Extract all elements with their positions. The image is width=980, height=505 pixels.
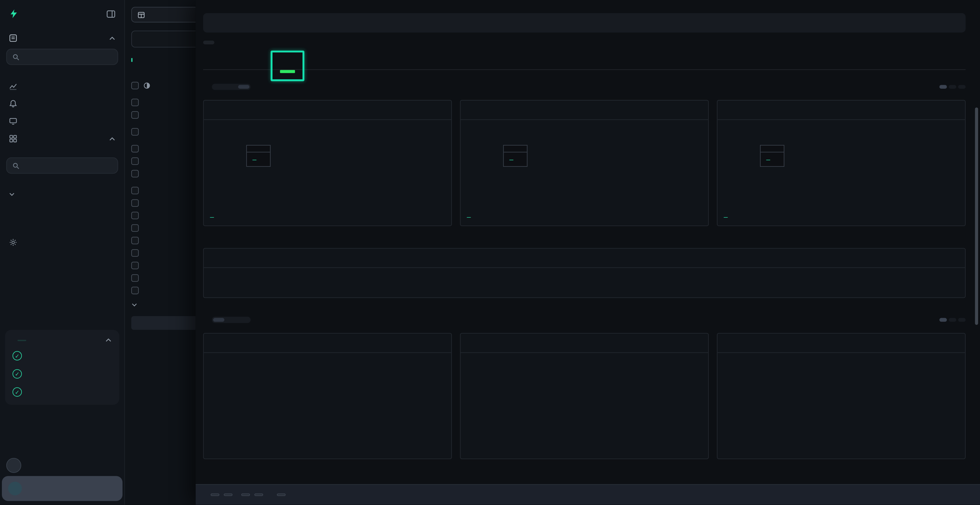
filter-item-client[interactable] — [131, 145, 196, 152]
chevron-up-icon[interactable] — [105, 337, 112, 344]
get-started-card: ✓ ✓ ✓ — [5, 330, 119, 405]
pod-size-lg[interactable] — [958, 85, 966, 89]
chevron-up-icon[interactable] — [109, 135, 115, 142]
filter-item-payment[interactable] — [131, 128, 196, 136]
get-started-step[interactable]: ✓ — [13, 386, 112, 397]
tab-trace[interactable] — [241, 56, 259, 69]
check-circle-icon: ✓ — [13, 351, 22, 360]
pod-range-1h[interactable] — [226, 85, 237, 89]
app-window: ✓ ✓ ✓ — [0, 0, 980, 505]
preset-clickhouse[interactable] — [0, 200, 124, 206]
chart-title — [718, 101, 965, 120]
filter-item-unset[interactable] — [131, 111, 196, 119]
chart-plot[interactable] — [744, 359, 959, 455]
chart-plot[interactable]: — — [230, 126, 445, 198]
chart-plot[interactable]: — — [487, 126, 702, 198]
filter-item-error-span[interactable] — [131, 262, 196, 269]
pod-range-30m[interactable] — [213, 85, 224, 89]
pod-memory-chart-card: — — — [460, 100, 709, 226]
keyboard-hint-bar — [196, 484, 980, 505]
node-range-30m[interactable] — [213, 318, 224, 322]
filter-item-error-span[interactable] — [131, 237, 196, 245]
chevron-up-icon[interactable] — [109, 35, 115, 41]
monitor-icon — [9, 117, 18, 125]
checkbox[interactable] — [131, 262, 139, 269]
checkbox[interactable] — [131, 212, 139, 219]
j-key — [254, 494, 263, 496]
checkbox[interactable] — [131, 199, 139, 207]
tab-column-values[interactable] — [222, 56, 241, 69]
checkbox[interactable] — [131, 111, 139, 119]
filter-item-error-span[interactable] — [131, 249, 196, 257]
scrollbar-thumb[interactable] — [975, 108, 978, 325]
pod-timeline-card — [203, 248, 966, 298]
get-started-step[interactable]: ✓ — [13, 350, 112, 360]
trace-detail-panel: — — — — [196, 0, 980, 505]
sidebar-item-chart-explorer[interactable] — [0, 78, 124, 95]
user-menu[interactable] — [2, 476, 123, 501]
checkbox[interactable] — [131, 128, 139, 136]
node-size-lg[interactable] — [958, 318, 966, 322]
sidebar-item-alerts[interactable] — [0, 95, 124, 113]
create-dashboard-button[interactable] — [0, 148, 124, 156]
filter-item-error-span[interactable] — [131, 274, 196, 282]
denoise-checkbox-row[interactable] — [131, 82, 196, 89]
node-cpu-chart-card — [203, 333, 452, 459]
filter-item-internal[interactable] — [131, 157, 196, 165]
node-range-1h[interactable] — [226, 318, 237, 322]
checkbox[interactable] — [131, 99, 139, 106]
filter-item-error-span[interactable] — [131, 287, 196, 294]
analysis-mode-results-table[interactable] — [131, 58, 196, 62]
saved-dashboards-input[interactable] — [6, 157, 118, 174]
tab-overview[interactable] — [203, 56, 222, 69]
pod-range-1d[interactable] — [238, 85, 249, 89]
analysis-mode-event-deltas[interactable] — [131, 62, 196, 65]
more-filters-button[interactable] — [131, 316, 196, 330]
filter-item-server[interactable] — [131, 170, 196, 178]
presets-header[interactable] — [0, 186, 124, 200]
filter-item-dns-lookup[interactable] — [131, 199, 196, 207]
pod-size-md[interactable] — [949, 85, 956, 89]
filter-item-error-span[interactable] — [131, 212, 196, 219]
checkbox[interactable] — [131, 274, 139, 282]
filter-item-error[interactable] — [131, 99, 196, 106]
get-started-step[interactable]: ✓ — [13, 368, 112, 378]
chart-legend: — — [719, 208, 959, 222]
tab-infrastructure[interactable] — [278, 56, 297, 69]
checkbox[interactable] — [131, 224, 139, 232]
checkbox[interactable] — [131, 249, 139, 257]
help-button[interactable] — [6, 458, 21, 473]
event-search-input[interactable] — [131, 31, 196, 48]
checkbox[interactable] — [131, 170, 139, 178]
source-select[interactable] — [131, 7, 196, 22]
checkbox[interactable] — [131, 187, 139, 194]
checkbox[interactable] — [131, 145, 139, 152]
node-range-1d[interactable] — [238, 318, 249, 322]
sidebar-collapse-icon[interactable] — [106, 9, 115, 18]
checkbox[interactable] — [131, 82, 139, 89]
tab-surrounding-context[interactable] — [259, 56, 278, 69]
search-section-header[interactable] — [0, 25, 124, 48]
node-size-sm[interactable] — [939, 318, 947, 322]
analysis-mode-event-patterns[interactable] — [131, 65, 196, 69]
sidebar-item-team-settings[interactable] — [0, 234, 124, 251]
chart-plot[interactable] — [230, 359, 445, 455]
checkbox[interactable] — [131, 287, 139, 294]
filter-item-error-span[interactable] — [131, 224, 196, 232]
chart-plot[interactable]: — — [744, 126, 959, 198]
sidebar-item-client-sessions[interactable] — [0, 113, 124, 130]
preset-kubernetes[interactable] — [0, 213, 124, 219]
service-name-tag[interactable] — [203, 41, 214, 44]
preset-services[interactable] — [0, 206, 124, 213]
checkbox[interactable] — [131, 237, 139, 245]
filter-item-charge[interactable] — [131, 187, 196, 194]
checkbox[interactable] — [131, 157, 139, 165]
show-more-button[interactable] — [131, 302, 196, 308]
pod-size-sm[interactable] — [939, 85, 947, 89]
node-size-md[interactable] — [949, 318, 956, 322]
chart-plot[interactable] — [487, 359, 702, 455]
saved-searches-input[interactable] — [6, 49, 118, 65]
no-saved-searches-text — [0, 66, 124, 77]
sidebar-item-dashboards[interactable] — [0, 130, 124, 148]
x-axis — [719, 198, 959, 208]
